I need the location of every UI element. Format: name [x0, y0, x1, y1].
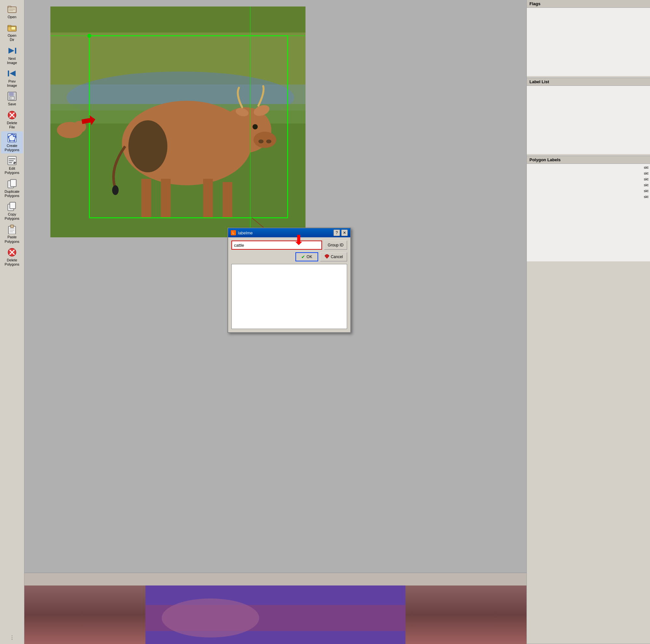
toolbar-scroll[interactable]: ⋮	[9, 635, 14, 644]
group-id-button[interactable]: Group ID	[324, 241, 347, 250]
svg-rect-7	[8, 25, 11, 27]
copy-polygons-button[interactable]: CopyPolygons	[1, 200, 23, 222]
label-list-header: Label List	[527, 78, 650, 86]
next-image-icon	[7, 45, 17, 56]
dialog-list[interactable]	[231, 264, 347, 329]
delete-polygons-button[interactable]: DeletePolygons	[1, 246, 23, 268]
skt-item-4: skt	[644, 183, 649, 187]
dialog-app-icon: L	[231, 230, 236, 236]
label-input[interactable]	[231, 241, 322, 250]
svg-marker-11	[10, 71, 15, 76]
paste-polygons-label: PastePolygons	[5, 235, 19, 244]
save-icon	[7, 91, 17, 101]
ok-button[interactable]: ✔ OK	[295, 252, 318, 261]
labelme-dialog[interactable]: L labelme ? ✕ Group ID ✔ OK	[227, 227, 351, 333]
svg-rect-59	[161, 179, 171, 218]
dialog-help-button[interactable]: ?	[333, 229, 340, 236]
ok-arrow-indicator: ➡	[291, 234, 307, 245]
skt-item-6: skt	[644, 194, 649, 199]
svg-marker-80	[325, 255, 329, 258]
thumbnail-strip	[24, 572, 527, 644]
prev-image-button[interactable]: PrevImage	[1, 67, 23, 89]
dialog-close-button[interactable]: ✕	[341, 229, 348, 236]
svg-rect-32	[9, 160, 14, 161]
skt-item-5: skt	[644, 188, 649, 193]
svg-rect-33	[9, 162, 12, 163]
dialog-title-left: L labelme	[231, 230, 253, 236]
svg-rect-61	[223, 182, 232, 218]
svg-rect-8	[11, 27, 15, 30]
duplicate-polygons-button[interactable]: DuplicatePolygons	[1, 177, 23, 199]
create-polygons-icon	[7, 133, 17, 143]
open-button[interactable]: Open	[1, 3, 23, 21]
svg-point-69	[129, 120, 167, 172]
create-polygons-button[interactable]: CreatePolygons	[1, 131, 23, 153]
open-dir-button[interactable]: OpenDir	[1, 21, 23, 43]
copy-polygons-label: CopyPolygons	[5, 212, 19, 221]
input-row: Group ID	[231, 241, 347, 250]
prev-image-label: PrevImage	[7, 79, 17, 88]
cancel-icon	[324, 254, 330, 260]
svg-rect-14	[9, 92, 14, 96]
polygon-labels-section: Polygon Labels skt skt skt skt skt skt	[527, 156, 650, 644]
delete-polygons-label: DeletePolygons	[5, 258, 19, 266]
skt-item-3: skt	[644, 177, 649, 181]
cancel-label: Cancel	[331, 255, 343, 259]
paste-polygons-icon	[7, 224, 17, 235]
ok-check-icon: ✔	[301, 254, 305, 259]
svg-point-24	[14, 140, 15, 141]
dialog-titlebar: L labelme ? ✕	[228, 228, 350, 237]
button-row: ✔ OK Cancel	[231, 252, 347, 261]
svg-rect-40	[10, 203, 15, 208]
label-list-content	[527, 86, 650, 154]
svg-rect-44	[10, 230, 14, 230]
svg-point-73	[87, 34, 91, 38]
svg-rect-60	[203, 179, 213, 218]
open-icon	[7, 4, 17, 14]
save-button[interactable]: Save	[1, 90, 23, 108]
svg-point-79	[162, 599, 259, 638]
duplicate-polygons-icon	[7, 178, 17, 189]
svg-rect-16	[10, 97, 12, 99]
skt-item-1: skt	[644, 165, 649, 170]
edit-polygons-button[interactable]: EditPolygons	[1, 154, 23, 176]
svg-point-26	[8, 136, 9, 138]
polygon-labels-content: skt skt skt skt skt skt	[527, 164, 650, 261]
cancel-button[interactable]: Cancel	[320, 252, 347, 261]
svg-rect-43	[10, 228, 14, 229]
thumbnail-image	[24, 585, 527, 644]
edit-polygons-label: EditPolygons	[5, 167, 19, 175]
delete-file-icon	[7, 110, 17, 120]
dialog-title-buttons: ? ✕	[333, 229, 348, 236]
svg-rect-31	[9, 158, 15, 159]
svg-rect-57	[216, 120, 245, 146]
image-canvas[interactable]: ➡	[50, 6, 305, 237]
dialog-body: Group ID ✔ OK Cancel	[228, 237, 350, 332]
svg-rect-54	[50, 6, 305, 33]
svg-rect-10	[15, 48, 16, 53]
svg-rect-42	[10, 225, 14, 227]
delete-file-label: DeleteFile	[7, 121, 17, 130]
toolbar: Open OpenDir NextImage	[0, 0, 24, 644]
skt-item-2: skt	[644, 171, 649, 176]
duplicate-polygons-label: DuplicatePolygons	[5, 189, 20, 198]
svg-point-66	[258, 139, 263, 143]
save-label: Save	[8, 102, 16, 106]
open-dir-label: OpenDir	[8, 34, 16, 42]
create-polygons-label: CreatePolygons	[5, 144, 19, 152]
svg-rect-45	[10, 231, 13, 232]
dialog-title-text: labelme	[238, 230, 253, 236]
svg-point-65	[253, 132, 276, 148]
paste-polygons-button[interactable]: PastePolygons	[1, 223, 23, 245]
flags-content	[527, 8, 650, 76]
svg-rect-12	[8, 71, 9, 76]
ok-label: OK	[306, 255, 312, 259]
svg-rect-37	[11, 180, 15, 186]
next-image-button[interactable]: NextImage	[1, 44, 23, 66]
svg-point-68	[253, 124, 258, 130]
svg-point-25	[9, 140, 11, 141]
next-image-label: NextImage	[7, 57, 17, 65]
delete-file-button[interactable]: DeleteFile	[1, 109, 23, 131]
svg-point-62	[112, 185, 119, 195]
right-panel: Flags Label List Polygon Labels skt skt …	[527, 0, 650, 644]
